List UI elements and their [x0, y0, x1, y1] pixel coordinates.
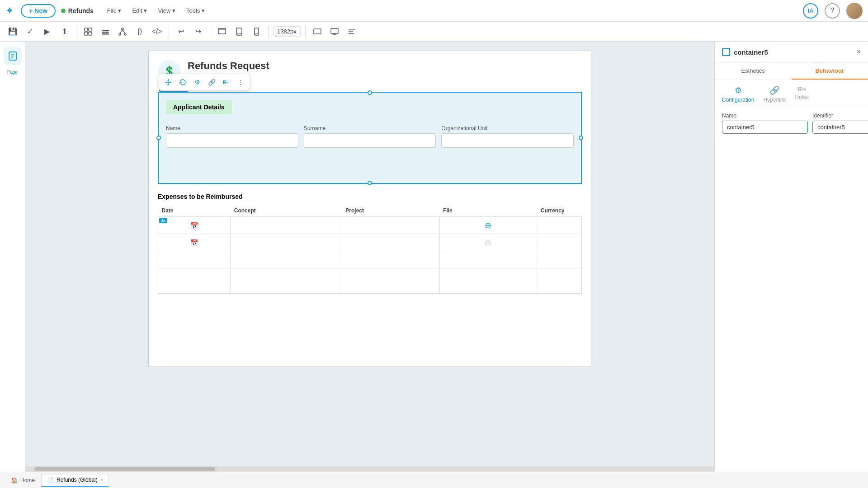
- structure-button[interactable]: [115, 24, 130, 39]
- svg-rect-12: [218, 28, 226, 34]
- concept-cell-1[interactable]: [231, 217, 342, 234]
- date-cell-2[interactable]: 📅: [158, 234, 231, 251]
- summary-col5: [537, 268, 582, 294]
- ft-rotate-btn[interactable]: [176, 76, 189, 89]
- project-cell-2[interactable]: [342, 234, 439, 251]
- check-button[interactable]: ✓: [23, 24, 37, 39]
- col-date: Date: [158, 205, 231, 217]
- svg-rect-1: [89, 28, 92, 31]
- form-page: 💲 Refunds Request {description}: [148, 51, 591, 367]
- device-tablet-button[interactable]: [232, 24, 246, 39]
- nav-menu: File ▾ Edit ▾ View ▾ Tools ▾: [103, 5, 209, 16]
- svg-point-7: [122, 28, 123, 30]
- col-concept: Concept: [231, 205, 342, 217]
- device-mobile-button[interactable]: [249, 24, 264, 39]
- layers-button[interactable]: [98, 24, 113, 39]
- id-field-input[interactable]: [812, 121, 868, 134]
- menu-view[interactable]: View ▾: [153, 5, 180, 16]
- surname-input[interactable]: [304, 133, 436, 148]
- hyperlink-label: Hyperlink: [763, 97, 786, 103]
- new-button[interactable]: + New: [21, 4, 56, 18]
- field-pair-name-id: Name Identifier: [722, 113, 861, 134]
- menu-tools[interactable]: Tools ▾: [182, 5, 209, 16]
- px-display[interactable]: 1382px: [273, 26, 301, 37]
- surname-label: Surname: [304, 125, 436, 131]
- project-cell-1[interactable]: [342, 217, 439, 234]
- home-icon: 🏠: [11, 477, 18, 483]
- tab-esthetics[interactable]: Esthetics: [715, 63, 792, 80]
- tab-behaviour[interactable]: Behaviour: [792, 63, 868, 80]
- sub-tabs: ⚙ Configuration 🔗 Hyperlink R∞ Rules: [715, 80, 868, 105]
- top-navigation: ✦ + New Refunds File ▾ Edit ▾ View ▾ Too…: [0, 0, 868, 22]
- help-button[interactable]: ?: [825, 3, 840, 19]
- col-file: File: [439, 205, 537, 217]
- selected-container[interactable]: ⚙ 🔗 R∞ ⋮ container5 Applicant Details: [158, 92, 582, 184]
- subtab-hyperlink[interactable]: 🔗 Hyperlink: [763, 85, 786, 103]
- screen-button[interactable]: [310, 24, 325, 39]
- sidebar-page-icon[interactable]: [4, 47, 22, 65]
- tab-close-button[interactable]: ×: [100, 478, 103, 483]
- js-badge: Js: [159, 218, 167, 223]
- menu-edit[interactable]: Edit ▾: [127, 5, 151, 16]
- redo-button[interactable]: ↪: [191, 24, 205, 39]
- close-button[interactable]: ×: [857, 48, 861, 56]
- undo-button[interactable]: ↩: [174, 24, 188, 39]
- applicant-fields-row: Name Surname Organizational Unit: [166, 125, 574, 148]
- main-layout: Page 💲 Refunds Request {description}: [0, 42, 868, 472]
- svg-point-9: [124, 33, 126, 35]
- concept-cell-2[interactable]: [231, 234, 342, 251]
- play-button[interactable]: ▶: [40, 24, 54, 39]
- device-window-button[interactable]: [215, 24, 229, 39]
- ft-settings-btn[interactable]: ⚙: [191, 76, 203, 89]
- handle-bottom[interactable]: [368, 181, 372, 185]
- ft-link-btn[interactable]: 🔗: [205, 76, 218, 89]
- ft-move-btn[interactable]: [162, 76, 175, 89]
- menu-file[interactable]: File ▾: [103, 5, 126, 16]
- tab-home[interactable]: 🏠 Home: [5, 474, 40, 487]
- components-button[interactable]: [81, 24, 95, 39]
- handle-top[interactable]: [368, 90, 372, 95]
- subtab-configuration[interactable]: ⚙ Configuration: [722, 85, 754, 103]
- svg-rect-4: [102, 30, 109, 31]
- code-button[interactable]: {}: [132, 24, 147, 39]
- date-cell-1[interactable]: Js 📅: [158, 217, 231, 234]
- file-upload-icon-1[interactable]: ⊕: [443, 219, 534, 232]
- ft-rules-btn[interactable]: R∞: [220, 76, 232, 89]
- export-button[interactable]: ⬆: [57, 24, 71, 39]
- bottom-bar: 🏠 Home 📄 Refunds (Global) ×: [0, 472, 868, 488]
- calendar-icon-2[interactable]: 📅: [161, 236, 227, 249]
- table-header-row: Date Concept Project File Currency: [158, 205, 582, 217]
- horizontal-scrollbar[interactable]: [25, 466, 714, 472]
- subtab-rules[interactable]: R∞ Rules: [795, 85, 809, 103]
- empty-project: [342, 251, 439, 268]
- file-cell-2[interactable]: ⊕: [439, 234, 537, 251]
- floating-toolbar: ⚙ 🔗 R∞ ⋮: [159, 74, 250, 91]
- name-field-input[interactable]: [722, 121, 808, 134]
- org-unit-input[interactable]: [441, 133, 574, 148]
- svg-line-10: [120, 30, 123, 33]
- tab-refunds[interactable]: 📄 Refunds (Global) ×: [41, 474, 109, 487]
- html-button[interactable]: </>: [150, 24, 164, 39]
- name-input[interactable]: [166, 133, 298, 148]
- desktop-alt-button[interactable]: [327, 24, 342, 39]
- calendar-icon-1[interactable]: 📅: [161, 219, 227, 232]
- canvas-area[interactable]: 💲 Refunds Request {description}: [25, 42, 714, 472]
- panel-fields: Name Identifier: [715, 105, 868, 141]
- form-title: Refunds Request: [188, 60, 269, 72]
- user-avatar[interactable]: [846, 3, 863, 19]
- file-upload-icon-2[interactable]: ⊕: [443, 236, 534, 249]
- canvas-content: 💲 Refunds Request {description}: [25, 42, 714, 472]
- currency-cell-2[interactable]: [537, 234, 582, 251]
- save-button[interactable]: 💾: [5, 24, 20, 39]
- align-button[interactable]: [344, 24, 359, 39]
- applicant-section-header: Applicant Details: [166, 100, 232, 114]
- file-cell-1[interactable]: ⊕: [439, 217, 537, 234]
- handle-left[interactable]: [156, 136, 161, 140]
- tab-home-label: Home: [20, 477, 35, 483]
- ft-more-btn[interactable]: ⋮: [234, 76, 247, 89]
- ia-button[interactable]: IA: [803, 3, 818, 19]
- summary-col4: [439, 268, 537, 294]
- handle-right[interactable]: [579, 136, 583, 140]
- summary-row: [158, 268, 582, 294]
- currency-cell-1[interactable]: [537, 217, 582, 234]
